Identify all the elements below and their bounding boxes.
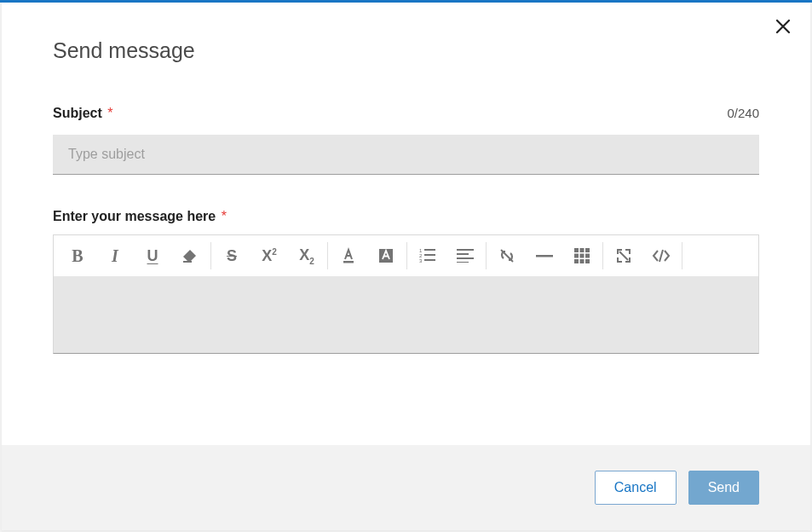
- italic-icon: I: [112, 246, 118, 266]
- svg-rect-16: [585, 248, 590, 252]
- ordered-list-icon: 123: [419, 248, 436, 263]
- toolbar-separator: [682, 242, 682, 269]
- ordered-list-button[interactable]: 123: [409, 235, 446, 276]
- table-grid-icon: [574, 248, 590, 263]
- subscript-button[interactable]: X2: [288, 235, 325, 276]
- subject-required-indicator: *: [107, 106, 112, 120]
- message-required-indicator: *: [222, 209, 227, 223]
- superscript-icon: X2: [262, 247, 277, 265]
- modal-title: Send message: [53, 38, 759, 63]
- italic-button[interactable]: I: [96, 235, 134, 276]
- highlight-icon: [377, 247, 394, 264]
- svg-rect-8: [424, 259, 435, 261]
- subject-label-wrap: Subject *: [53, 106, 112, 121]
- strikethrough-icon: S: [227, 247, 237, 265]
- svg-rect-10: [457, 253, 469, 255]
- text-color-button[interactable]: [330, 235, 367, 276]
- horizontal-rule-icon: [536, 254, 553, 257]
- strikethrough-button[interactable]: S: [213, 235, 251, 276]
- svg-rect-17: [574, 254, 579, 258]
- close-button[interactable]: [775, 18, 795, 38]
- svg-rect-7: [424, 254, 435, 256]
- subject-label: Subject: [53, 106, 102, 120]
- svg-rect-11: [457, 257, 474, 259]
- horizontal-rule-button[interactable]: [526, 235, 563, 276]
- svg-rect-22: [585, 259, 590, 263]
- svg-rect-18: [580, 254, 585, 258]
- toolbar-separator: [406, 242, 407, 269]
- code-view-button[interactable]: [642, 235, 680, 276]
- svg-rect-15: [580, 248, 585, 252]
- bold-icon: B: [72, 246, 83, 266]
- unlink-icon: [498, 247, 516, 264]
- svg-rect-19: [585, 254, 590, 258]
- close-icon: [775, 18, 792, 35]
- toolbar-separator: [486, 242, 487, 269]
- fullscreen-button[interactable]: [605, 235, 642, 276]
- send-message-modal: Send message Subject * 0/240 Enter your …: [2, 3, 810, 530]
- subject-char-counter: 0/240: [727, 106, 759, 120]
- subject-input[interactable]: [53, 135, 759, 175]
- table-button[interactable]: [563, 235, 601, 276]
- eraser-icon: [181, 247, 199, 264]
- clear-format-button[interactable]: [171, 235, 209, 276]
- send-button[interactable]: Send: [688, 471, 759, 505]
- unlink-button[interactable]: [488, 235, 526, 276]
- text-color-icon: [340, 247, 357, 264]
- svg-rect-1: [343, 261, 354, 263]
- svg-rect-13: [536, 255, 553, 257]
- highlight-color-button[interactable]: [367, 235, 405, 276]
- svg-text:3: 3: [419, 258, 423, 263]
- svg-rect-6: [424, 249, 435, 251]
- svg-rect-14: [574, 248, 579, 252]
- modal-footer: Cancel Send: [2, 445, 810, 530]
- message-label: Enter your message here: [53, 209, 216, 223]
- editor-toolbar: B I U S X2 X2: [54, 235, 758, 276]
- message-label-wrap: Enter your message here *: [53, 209, 759, 224]
- bold-button[interactable]: B: [59, 235, 96, 276]
- cancel-button[interactable]: Cancel: [595, 471, 677, 505]
- toolbar-separator: [210, 242, 211, 269]
- subscript-icon: X2: [299, 246, 314, 266]
- svg-rect-0: [183, 261, 192, 263]
- align-button[interactable]: [446, 235, 484, 276]
- toolbar-separator: [327, 242, 328, 269]
- code-icon: [652, 249, 671, 263]
- underline-button[interactable]: U: [134, 235, 171, 276]
- svg-rect-12: [457, 262, 469, 263]
- fullscreen-icon: [616, 248, 631, 263]
- svg-rect-9: [457, 249, 474, 251]
- svg-rect-20: [574, 259, 579, 263]
- svg-rect-21: [580, 259, 585, 263]
- underline-icon: U: [147, 247, 158, 265]
- message-input[interactable]: [54, 276, 758, 353]
- rich-text-editor: B I U S X2 X2: [53, 234, 759, 354]
- toolbar-separator: [602, 242, 603, 269]
- align-icon: [457, 249, 474, 263]
- superscript-button[interactable]: X2: [251, 235, 288, 276]
